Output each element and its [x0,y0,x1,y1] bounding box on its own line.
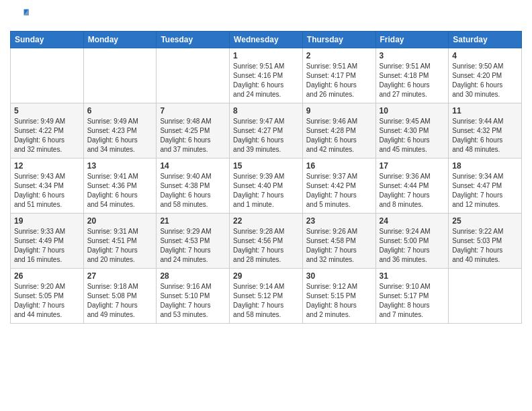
day-info: Sunrise: 9:14 AM Sunset: 5:12 PM Dayligh… [233,282,299,320]
calendar-cell: 14Sunrise: 9:40 AM Sunset: 4:38 PM Dayli… [157,158,230,214]
day-header-wednesday: Wednesday [230,32,303,48]
page-header [10,7,522,26]
calendar-table: SundayMondayTuesdayWednesdayThursdayFrid… [10,31,522,324]
day-number: 25 [452,216,518,226]
day-info: Sunrise: 9:48 AM Sunset: 4:25 PM Dayligh… [160,117,226,154]
day-info: Sunrise: 9:22 AM Sunset: 5:03 PM Dayligh… [452,227,518,265]
day-number: 8 [233,106,299,116]
calendar-cell: 29Sunrise: 9:14 AM Sunset: 5:12 PM Dayli… [230,269,303,324]
day-info: Sunrise: 9:51 AM Sunset: 4:17 PM Dayligh… [306,62,372,99]
calendar-cell: 4Sunrise: 9:50 AM Sunset: 4:20 PM Daylig… [449,48,522,103]
calendar-cell [449,269,522,324]
day-number: 14 [160,161,226,171]
calendar-row-2: 12Sunrise: 9:43 AM Sunset: 4:34 PM Dayli… [11,158,522,214]
day-number: 27 [87,271,153,281]
calendar-cell: 3Sunrise: 9:51 AM Sunset: 4:18 PM Daylig… [375,48,449,103]
day-info: Sunrise: 9:33 AM Sunset: 4:49 PM Dayligh… [14,227,80,265]
day-info: Sunrise: 9:10 AM Sunset: 5:17 PM Dayligh… [380,282,445,320]
day-info: Sunrise: 9:26 AM Sunset: 4:58 PM Dayligh… [306,227,372,265]
calendar-cell: 16Sunrise: 9:37 AM Sunset: 4:42 PM Dayli… [302,158,375,214]
day-info: Sunrise: 9:47 AM Sunset: 4:27 PM Dayligh… [233,117,299,154]
day-number: 13 [87,161,153,171]
day-number: 31 [380,271,445,281]
day-info: Sunrise: 9:45 AM Sunset: 4:30 PM Dayligh… [380,117,445,154]
page-container: SundayMondayTuesdayWednesdayThursdayFrid… [0,0,532,330]
calendar-cell: 25Sunrise: 9:22 AM Sunset: 5:03 PM Dayli… [449,214,522,269]
calendar-cell [11,48,84,103]
day-number: 30 [306,271,372,281]
day-info: Sunrise: 9:51 AM Sunset: 4:16 PM Dayligh… [233,62,299,99]
day-info: Sunrise: 9:34 AM Sunset: 4:47 PM Dayligh… [452,172,518,210]
calendar-cell: 5Sunrise: 9:49 AM Sunset: 4:22 PM Daylig… [11,103,84,158]
day-info: Sunrise: 9:50 AM Sunset: 4:20 PM Dayligh… [452,62,518,99]
day-number: 15 [233,161,299,171]
day-header-saturday: Saturday [449,32,522,48]
day-info: Sunrise: 9:28 AM Sunset: 4:56 PM Dayligh… [233,227,299,265]
calendar-cell [157,48,230,103]
day-info: Sunrise: 9:24 AM Sunset: 5:00 PM Dayligh… [380,227,445,265]
day-header-thursday: Thursday [302,32,375,48]
day-number: 26 [14,271,80,281]
calendar-cell: 18Sunrise: 9:34 AM Sunset: 4:47 PM Dayli… [449,158,522,214]
day-number: 7 [160,106,226,116]
calendar-cell: 1Sunrise: 9:51 AM Sunset: 4:16 PM Daylig… [230,48,303,103]
calendar-cell: 24Sunrise: 9:24 AM Sunset: 5:00 PM Dayli… [375,214,449,269]
calendar-cell: 10Sunrise: 9:45 AM Sunset: 4:30 PM Dayli… [375,103,449,158]
day-info: Sunrise: 9:36 AM Sunset: 4:44 PM Dayligh… [380,172,445,210]
day-info: Sunrise: 9:18 AM Sunset: 5:08 PM Dayligh… [87,282,153,320]
day-number: 28 [160,271,226,281]
calendar-cell [83,48,157,103]
day-number: 29 [233,271,299,281]
day-number: 18 [452,161,518,171]
calendar-row-3: 19Sunrise: 9:33 AM Sunset: 4:49 PM Dayli… [11,214,522,269]
day-info: Sunrise: 9:44 AM Sunset: 4:32 PM Dayligh… [452,117,518,154]
calendar-cell: 2Sunrise: 9:51 AM Sunset: 4:17 PM Daylig… [302,48,375,103]
calendar-cell: 13Sunrise: 9:41 AM Sunset: 4:36 PM Dayli… [83,158,157,214]
calendar-cell: 30Sunrise: 9:12 AM Sunset: 5:15 PM Dayli… [302,269,375,324]
day-number: 1 [233,51,299,60]
day-number: 3 [380,51,445,60]
calendar-cell: 26Sunrise: 9:20 AM Sunset: 5:05 PM Dayli… [11,269,84,324]
calendar-row-4: 26Sunrise: 9:20 AM Sunset: 5:05 PM Dayli… [11,269,522,324]
calendar-row-0: 1Sunrise: 9:51 AM Sunset: 4:16 PM Daylig… [11,48,522,103]
day-info: Sunrise: 9:37 AM Sunset: 4:42 PM Dayligh… [306,172,372,210]
calendar-cell: 9Sunrise: 9:46 AM Sunset: 4:28 PM Daylig… [302,103,375,158]
day-number: 17 [380,161,445,171]
day-info: Sunrise: 9:20 AM Sunset: 5:05 PM Dayligh… [14,282,80,320]
day-info: Sunrise: 9:40 AM Sunset: 4:38 PM Dayligh… [160,172,226,210]
day-info: Sunrise: 9:29 AM Sunset: 4:53 PM Dayligh… [160,227,226,265]
day-info: Sunrise: 9:46 AM Sunset: 4:28 PM Dayligh… [306,117,372,154]
calendar-cell: 17Sunrise: 9:36 AM Sunset: 4:44 PM Dayli… [375,158,449,214]
calendar-row-1: 5Sunrise: 9:49 AM Sunset: 4:22 PM Daylig… [11,103,522,158]
day-number: 23 [306,216,372,226]
day-header-friday: Friday [375,32,449,48]
calendar-cell: 7Sunrise: 9:48 AM Sunset: 4:25 PM Daylig… [157,103,230,158]
days-header-row: SundayMondayTuesdayWednesdayThursdayFrid… [11,32,522,48]
calendar-cell: 6Sunrise: 9:49 AM Sunset: 4:23 PM Daylig… [83,103,157,158]
day-info: Sunrise: 9:49 AM Sunset: 4:23 PM Dayligh… [87,117,153,154]
day-number: 6 [87,106,153,116]
calendar-cell: 15Sunrise: 9:39 AM Sunset: 4:40 PM Dayli… [230,158,303,214]
logo-icon [10,7,29,26]
day-info: Sunrise: 9:16 AM Sunset: 5:10 PM Dayligh… [160,282,226,320]
calendar-cell: 27Sunrise: 9:18 AM Sunset: 5:08 PM Dayli… [83,269,157,324]
calendar-cell: 8Sunrise: 9:47 AM Sunset: 4:27 PM Daylig… [230,103,303,158]
calendar-cell: 12Sunrise: 9:43 AM Sunset: 4:34 PM Dayli… [11,158,84,214]
day-number: 4 [452,51,518,60]
calendar-cell: 20Sunrise: 9:31 AM Sunset: 4:51 PM Dayli… [83,214,157,269]
day-info: Sunrise: 9:51 AM Sunset: 4:18 PM Dayligh… [380,62,445,99]
day-info: Sunrise: 9:43 AM Sunset: 4:34 PM Dayligh… [14,172,80,210]
day-header-sunday: Sunday [11,32,84,48]
logo [10,7,32,26]
day-info: Sunrise: 9:31 AM Sunset: 4:51 PM Dayligh… [87,227,153,265]
calendar-cell: 22Sunrise: 9:28 AM Sunset: 4:56 PM Dayli… [230,214,303,269]
day-number: 21 [160,216,226,226]
day-info: Sunrise: 9:41 AM Sunset: 4:36 PM Dayligh… [87,172,153,210]
day-number: 11 [452,106,518,116]
day-info: Sunrise: 9:12 AM Sunset: 5:15 PM Dayligh… [306,282,372,320]
day-header-monday: Monday [83,32,157,48]
calendar-cell: 31Sunrise: 9:10 AM Sunset: 5:17 PM Dayli… [375,269,449,324]
day-number: 9 [306,106,372,116]
day-number: 22 [233,216,299,226]
day-number: 5 [14,106,80,116]
